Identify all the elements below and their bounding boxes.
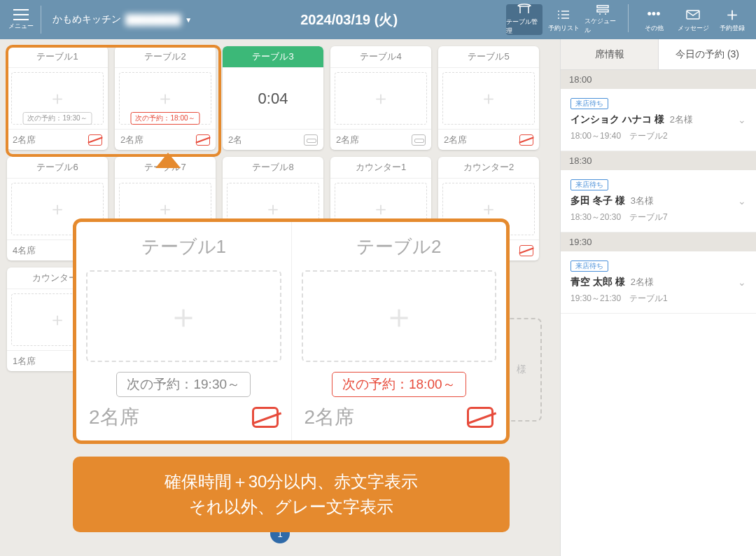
zoom-title: テーブル2 xyxy=(302,228,497,266)
seat-count: 2名席 xyxy=(444,134,467,146)
location-detail: ████████ xyxy=(125,14,181,25)
table-card[interactable]: テーブル30:042名 xyxy=(223,46,323,150)
plus-icon: ＋ xyxy=(264,197,282,221)
table-body[interactable]: ＋ xyxy=(330,68,431,129)
nav-add-reservation[interactable]: ＋予約登録 xyxy=(714,4,750,35)
timer: 0:04 xyxy=(258,90,288,108)
svg-rect-7 xyxy=(597,10,608,12)
seat-count: 2名 xyxy=(228,134,242,146)
chevron-down-icon: ⌄ xyxy=(738,114,746,125)
smoking-icon xyxy=(412,134,426,146)
separator xyxy=(628,4,629,32)
plus-icon: ＋ xyxy=(479,197,498,221)
add-area[interactable]: ＋ xyxy=(335,72,427,125)
table-name: カウンター1 xyxy=(330,157,431,179)
side-panel: 席情報 今日の予約 (3) 18:00来店待ちインショク ハナコ 様2名様18:… xyxy=(560,39,756,556)
nav-bar: テーブル管理 予約リスト スケジュール •••その他 メッセージ ＋予約登録 xyxy=(506,4,750,35)
reservation-item[interactable]: 来店待ちインショク ハナコ 様2名様18:00～19:40 テーブル2⌄ xyxy=(561,89,756,151)
nav-message[interactable]: メッセージ xyxy=(675,4,711,35)
next-reservation-label: 次の予約：18:00～ xyxy=(332,372,466,397)
no-smoking-icon xyxy=(252,407,279,428)
reservation-item[interactable]: 来店待ち青空 太郎 様2名様19:30～21:30 テーブル1⌄ xyxy=(561,251,756,314)
plus-icon: ＋ xyxy=(479,86,498,111)
table-name: テーブル5 xyxy=(438,46,539,68)
reservation-detail: 18:30～20:30 テーブル7 xyxy=(570,211,746,223)
guest-name: インショク ハナコ 様2名様 xyxy=(570,113,746,126)
guest-name: 多田 冬子 様3名様 xyxy=(570,195,746,207)
status-badge: 来店待ち xyxy=(570,179,608,190)
svg-rect-6 xyxy=(597,6,608,8)
guest-count: 2名様 xyxy=(631,277,654,287)
status-badge: 来店待ち xyxy=(570,98,608,109)
no-smoking-icon xyxy=(519,134,533,146)
guest-count: 2名様 xyxy=(670,114,693,125)
separator xyxy=(41,6,41,34)
chevron-down-icon: ▼ xyxy=(185,16,192,24)
menu-label: メニュー xyxy=(8,22,34,31)
location-selector[interactable]: かもめキッチン ████████ ▼ xyxy=(52,13,192,26)
side-tabs: 席情報 今日の予約 (3) xyxy=(561,39,756,70)
nav-schedule[interactable]: スケジュール xyxy=(584,4,621,35)
no-smoking-icon xyxy=(519,245,533,256)
reservation-item[interactable]: 来店待ち多田 冬子 様3名様18:30～20:30 テーブル7⌄ xyxy=(561,170,756,232)
seat-count: 1名席 xyxy=(13,355,36,368)
guest-name: 青空 太郎 様2名様 xyxy=(570,276,746,289)
chevron-down-icon: ⌄ xyxy=(738,195,746,207)
table-body[interactable]: ＋ xyxy=(438,68,539,129)
current-date: 2024/03/19 (火) xyxy=(192,11,506,29)
zoom-callout: テーブル1 ＋ 次の予約：19:30～ 2名席 テーブル2 ＋ 次の予約：18:… xyxy=(73,218,510,444)
nav-table-mgmt[interactable]: テーブル管理 xyxy=(506,4,542,35)
plus-icon: ＋ xyxy=(372,197,390,221)
time-group-header: 19:30 xyxy=(561,232,756,251)
seat-count: 2名席 xyxy=(336,134,359,146)
table-card[interactable]: テーブル5＋2名席 xyxy=(438,46,539,150)
plus-icon: ＋ xyxy=(723,7,741,22)
svg-rect-10 xyxy=(687,11,699,19)
highlight-box xyxy=(6,45,221,157)
plus-icon: ＋ xyxy=(48,307,66,332)
plus-icon: ＋ xyxy=(48,197,66,221)
table-name: テーブル4 xyxy=(330,46,431,68)
reservation-list: 18:00来店待ちインショク ハナコ 様2名様18:00～19:40 テーブル2… xyxy=(561,70,756,314)
tab-today-reservations[interactable]: 今日の予約 (3) xyxy=(659,39,756,69)
seat-count: 4名席 xyxy=(13,244,36,257)
status-badge: 来店待ち xyxy=(570,260,608,272)
list-icon xyxy=(556,7,570,22)
menu-button[interactable]: メニュー xyxy=(6,4,36,35)
plus-icon: ＋ xyxy=(167,294,200,339)
zoom-table-1: テーブル1 ＋ 次の予約：19:30～ 2名席 xyxy=(76,222,291,440)
guest-count: 3名様 xyxy=(631,195,654,206)
table-footer: 2名席 xyxy=(330,129,431,150)
table-name: テーブル3 xyxy=(223,46,323,68)
mail-icon xyxy=(686,7,700,22)
table-name: テーブル8 xyxy=(223,157,323,179)
table-name: カウンター2 xyxy=(438,157,539,179)
reservation-detail: 19:30～21:30 テーブル1 xyxy=(570,293,746,305)
add-area[interactable]: ＋ xyxy=(302,270,497,362)
table-name: テーブル6 xyxy=(7,157,108,179)
reservation-detail: 18:00～19:40 テーブル2 xyxy=(570,130,746,142)
schedule-icon xyxy=(596,4,610,15)
table-body[interactable]: 0:04 xyxy=(223,68,323,129)
table-card[interactable]: テーブル4＋2名席 xyxy=(330,46,431,150)
plus-icon: ＋ xyxy=(156,197,174,221)
time-group-header: 18:00 xyxy=(561,70,756,89)
no-smoking-icon xyxy=(467,407,493,428)
dots-icon: ••• xyxy=(648,7,661,22)
zoom-table-2: テーブル2 ＋ 次の予約：18:00～ 2名席 xyxy=(291,222,507,440)
seat-count: 2名席 xyxy=(304,404,355,431)
add-area[interactable]: ＋ xyxy=(442,72,535,125)
nav-reservation-list[interactable]: 予約リスト xyxy=(545,4,582,35)
callout-pointer xyxy=(155,153,181,168)
nav-other[interactable]: •••その他 xyxy=(636,4,672,35)
explanation-caption: 確保時間＋30分以内、赤文字表示 それ以外、グレー文字表示 xyxy=(73,457,510,532)
smoking-icon xyxy=(304,134,318,146)
table-footer: 2名席 xyxy=(438,129,539,150)
time-group-header: 18:30 xyxy=(561,151,756,170)
app-header: メニュー かもめキッチン ████████ ▼ 2024/03/19 (火) テ… xyxy=(0,0,756,39)
add-area[interactable]: ＋ xyxy=(86,270,281,362)
tab-seat-info[interactable]: 席情報 xyxy=(561,39,659,69)
plus-icon: ＋ xyxy=(382,294,416,339)
location-name: かもめキッチン xyxy=(52,13,121,26)
floor-plan: テーブル1＋次の予約：19:30～2名席テーブル2＋次の予約：18:00～2名席… xyxy=(0,39,560,556)
